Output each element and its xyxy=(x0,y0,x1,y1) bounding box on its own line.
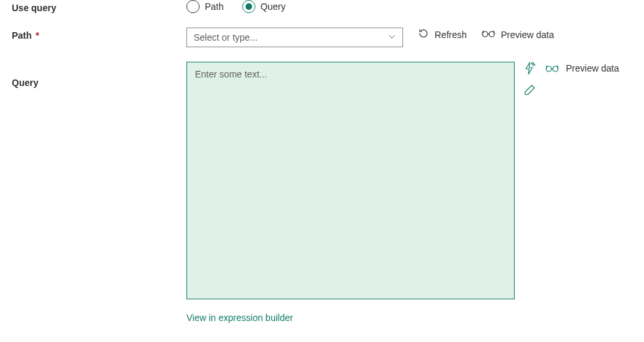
radio-path-label: Path xyxy=(205,1,224,12)
row-query: Query Enter some text... P xyxy=(12,62,632,323)
view-expression-builder-link[interactable]: View in expression builder xyxy=(186,312,293,323)
use-query-controls: Path Query xyxy=(186,0,632,13)
glasses-icon[interactable] xyxy=(545,64,559,73)
svg-point-0 xyxy=(483,32,488,37)
refresh-button[interactable]: Refresh xyxy=(418,28,467,41)
preview-data-label: Preview data xyxy=(501,30,554,40)
path-select-placeholder: Select or type... xyxy=(194,32,257,43)
svg-point-1 xyxy=(489,32,494,37)
label-use-query-text: Use query xyxy=(12,3,56,13)
radio-query-label: Query xyxy=(261,1,286,12)
row-use-query: Use query Path Query xyxy=(12,0,632,13)
form: Use query Path Query Path * Select or ty… xyxy=(0,0,644,335)
query-side-row-2 xyxy=(524,84,536,96)
path-select[interactable]: Select or type... xyxy=(186,28,403,47)
radio-query[interactable]: Query xyxy=(242,0,286,13)
path-action-row: Refresh Preview data xyxy=(418,28,554,41)
refresh-icon xyxy=(418,28,429,41)
label-query: Query xyxy=(12,62,186,88)
label-path: Path * xyxy=(12,28,186,41)
row-path: Path * Select or type... Refresh xyxy=(12,28,632,47)
svg-point-3 xyxy=(553,66,558,72)
glasses-icon xyxy=(481,29,496,40)
preview-data-button-2[interactable]: Preview data xyxy=(566,63,619,74)
label-path-text: Path xyxy=(12,30,32,41)
path-controls: Select or type... Refresh Preview data xyxy=(186,28,632,47)
chevron-down-icon xyxy=(388,32,396,43)
query-wrap: Enter some text... Preview data xyxy=(186,62,619,299)
view-expression-builder-label: View in expression builder xyxy=(186,312,293,323)
radio-path[interactable]: Path xyxy=(186,0,224,13)
label-query-text: Query xyxy=(12,77,38,88)
preview-data-button[interactable]: Preview data xyxy=(481,29,554,40)
preview-data-label-2: Preview data xyxy=(566,63,619,74)
query-controls: Enter some text... Preview data xyxy=(186,62,632,323)
radio-dot-icon xyxy=(246,3,252,10)
query-textarea[interactable]: Enter some text... xyxy=(186,62,515,299)
refresh-label: Refresh xyxy=(435,30,467,40)
query-side-row-1: Preview data xyxy=(524,62,619,75)
radio-circle-icon xyxy=(242,0,255,13)
radio-circle-icon xyxy=(186,0,200,13)
label-use-query: Use query xyxy=(12,0,186,13)
required-asterisk: * xyxy=(35,30,39,41)
svg-point-2 xyxy=(546,66,551,72)
query-side-controls: Preview data xyxy=(524,62,619,96)
query-placeholder: Enter some text... xyxy=(195,69,267,79)
lightning-icon[interactable] xyxy=(524,62,536,75)
use-query-radio-group: Path Query xyxy=(186,0,286,13)
edit-icon[interactable] xyxy=(524,84,536,96)
